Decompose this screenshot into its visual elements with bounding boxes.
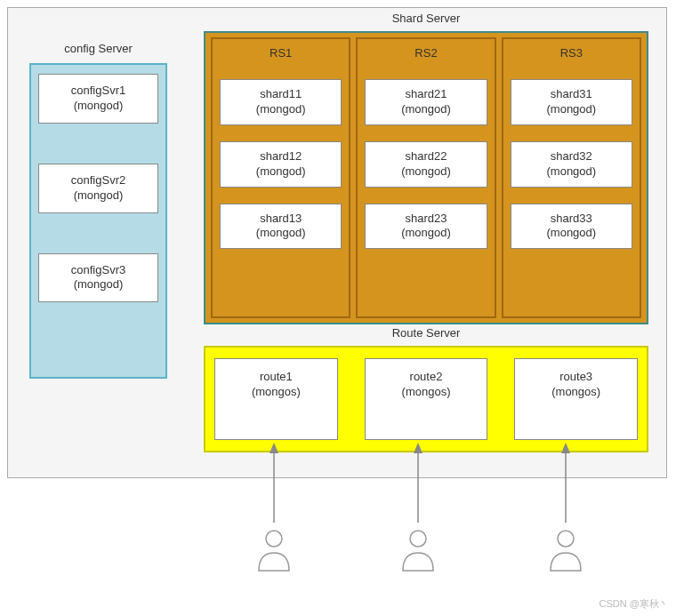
node-name: shard13 xyxy=(222,212,339,227)
shard-node: shard32 (mongod) xyxy=(511,141,632,188)
replica-set: RS3 shard31 (mongod) shard32 (mongod) sh… xyxy=(502,37,641,318)
node-name: configSvr2 xyxy=(43,173,154,188)
shard-node: shard23 (mongod) xyxy=(365,204,487,250)
node-name: shard21 xyxy=(367,87,484,102)
shard-server-group: RS1 shard11 (mongod) shard12 (mongod) sh… xyxy=(204,31,648,324)
user-icon xyxy=(548,528,583,572)
route-server-title: Route Server xyxy=(204,326,648,340)
svg-marker-5 xyxy=(561,443,570,453)
route-node: route1 (mongos) xyxy=(214,358,338,440)
svg-point-7 xyxy=(410,531,426,547)
svg-point-6 xyxy=(266,531,282,547)
node-proc: (mongod) xyxy=(43,277,154,292)
node-proc: (mongod) xyxy=(43,99,154,114)
svg-marker-3 xyxy=(414,443,422,453)
shard-node: shard12 (mongod) xyxy=(220,141,342,188)
config-node: configSvr1 (mongod) xyxy=(38,74,158,124)
architecture-container: config Server configSvr1 (mongod) config… xyxy=(7,7,667,478)
route-node: route3 (mongos) xyxy=(514,358,638,440)
arrow-icon xyxy=(413,443,423,523)
node-proc: (mongod) xyxy=(222,226,339,241)
node-name: route2 xyxy=(369,370,484,385)
rs-label: RS2 xyxy=(365,44,487,63)
node-name: route1 xyxy=(219,370,334,385)
shard-node: shard13 (mongod) xyxy=(220,204,342,250)
rs-label: RS3 xyxy=(511,44,632,63)
node-proc: (mongod) xyxy=(222,164,339,180)
rs-label: RS1 xyxy=(220,44,342,63)
config-server-title: config Server xyxy=(29,42,167,55)
node-name: shard12 xyxy=(222,149,339,164)
node-name: route3 xyxy=(519,370,633,385)
shard-node: shard33 (mongod) xyxy=(511,204,632,250)
node-name: configSvr1 xyxy=(43,84,154,99)
node-proc: (mongod) xyxy=(513,102,630,117)
node-name: shard22 xyxy=(367,149,484,164)
replica-set: RS2 shard21 (mongod) shard22 (mongod) sh… xyxy=(356,37,495,318)
replica-set: RS1 shard11 (mongod) shard12 (mongod) sh… xyxy=(211,37,350,318)
shard-node: shard22 (mongod) xyxy=(365,141,487,188)
node-name: shard11 xyxy=(222,87,339,102)
node-proc: (mongod) xyxy=(367,226,484,241)
shard-node: shard11 (mongod) xyxy=(220,79,342,125)
arrow-icon xyxy=(269,443,279,523)
config-node: configSvr2 (mongod) xyxy=(38,164,158,213)
node-name: shard33 xyxy=(513,212,630,227)
config-node: configSvr3 (mongod) xyxy=(38,253,158,303)
node-name: shard31 xyxy=(513,87,630,102)
user-icon xyxy=(256,528,292,572)
node-proc: (mongos) xyxy=(519,385,633,400)
node-name: shard23 xyxy=(367,212,484,227)
shard-server-title: Shard Server xyxy=(204,12,648,25)
route-node: route2 (mongos) xyxy=(365,358,488,440)
node-proc: (mongod) xyxy=(367,102,484,117)
node-proc: (mongod) xyxy=(43,188,154,204)
watermark-text: CSDN @寒秋丶 xyxy=(600,597,669,611)
shard-node: shard21 (mongod) xyxy=(365,79,487,125)
node-proc: (mongos) xyxy=(369,385,484,400)
node-name: configSvr3 xyxy=(43,263,154,278)
shard-node: shard31 (mongod) xyxy=(511,79,632,125)
svg-marker-1 xyxy=(270,443,278,453)
node-name: shard32 xyxy=(513,149,630,164)
node-proc: (mongod) xyxy=(367,164,484,180)
node-proc: (mongos) xyxy=(219,385,334,400)
user-icon xyxy=(400,528,436,572)
arrow-icon xyxy=(560,443,571,523)
config-server-group: configSvr1 (mongod) configSvr2 (mongod) … xyxy=(29,63,167,379)
node-proc: (mongod) xyxy=(222,102,339,117)
svg-point-8 xyxy=(558,531,574,547)
route-server-group: route1 (mongos) route2 (mongos) route3 (… xyxy=(204,346,648,452)
node-proc: (mongod) xyxy=(513,164,630,180)
node-proc: (mongod) xyxy=(513,226,630,241)
